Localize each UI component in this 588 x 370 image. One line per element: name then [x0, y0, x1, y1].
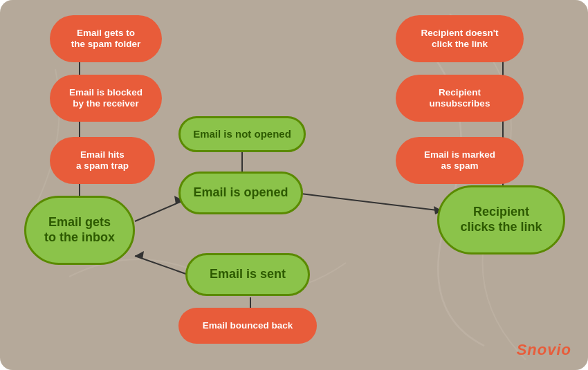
node-inbox: Email getsto the inbox	[24, 196, 135, 265]
node-marked-spam: Email is markedas spam	[396, 137, 524, 184]
node-unsubscribes-label: Recipientunsubscribes	[430, 87, 490, 109]
node-bounced: Email bounced back	[178, 308, 317, 344]
node-spam-trap: Email hitsa spam trap	[50, 137, 155, 184]
node-clicks: Recipientclicks the link	[437, 185, 565, 255]
node-no-click-label: Recipient doesn'tclick the link	[421, 28, 499, 50]
canvas: Email getsto the inbox Email is opened E…	[0, 0, 588, 370]
node-blocked-label: Email is blockedby the receiver	[69, 87, 143, 109]
node-sent-label: Email is sent	[210, 267, 286, 282]
node-sent: Email is sent	[185, 253, 310, 296]
node-unsubscribes: Recipientunsubscribes	[396, 75, 524, 122]
node-bounced-label: Email bounced back	[203, 320, 293, 331]
svg-line-6	[135, 201, 183, 221]
node-blocked: Email is blockedby the receiver	[50, 75, 162, 122]
node-inbox-label: Email getsto the inbox	[44, 215, 115, 245]
svg-marker-18	[135, 251, 144, 259]
node-marked-spam-label: Email is markedas spam	[424, 149, 495, 172]
node-no-click: Recipient doesn'tclick the link	[396, 15, 524, 62]
node-opened: Email is opened	[178, 172, 303, 214]
svg-line-9	[301, 194, 443, 211]
brand-text: Snov	[517, 341, 557, 358]
node-spam-trap-label: Email hitsa spam trap	[76, 149, 129, 172]
brand-logo: Snovio	[517, 341, 571, 359]
node-spam-folder: Email gets tothe spam folder	[50, 15, 162, 62]
node-spam-folder-label: Email gets tothe spam folder	[71, 28, 141, 50]
node-clicks-label: Recipientclicks the link	[460, 205, 542, 234]
node-not-opened-label: Email is not opened	[193, 128, 291, 140]
brand-suffix: io	[556, 341, 571, 358]
node-opened-label: Email is opened	[193, 185, 288, 201]
node-not-opened: Email is not opened	[178, 116, 306, 152]
